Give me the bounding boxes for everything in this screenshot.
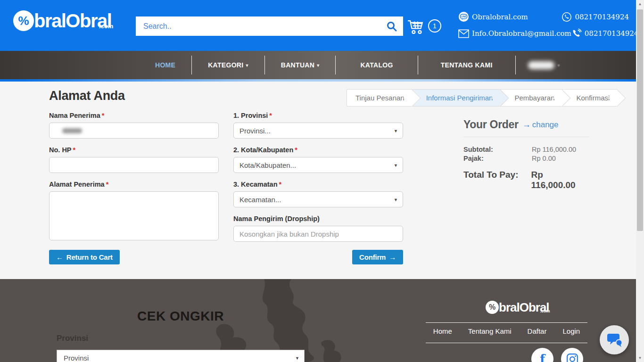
logo-percent-icon: % — [13, 10, 34, 31]
search-bar — [136, 16, 403, 36]
alamat-penerima-textarea[interactable] — [49, 191, 219, 240]
phone-sms-contact[interactable]: 082170134924(sms) — [571, 28, 644, 39]
cart[interactable]: 1 — [406, 18, 441, 37]
field-label: No. HP* — [49, 146, 219, 154]
required-asterisk: * — [106, 181, 109, 188]
footer: CEK ONGKIR Provinsi Provinsi ▼ % bralObr… — [0, 279, 636, 362]
page-title: Alamat Anda — [49, 89, 125, 103]
main-content: Alamat Anda Tinjau Pesanan Informasi Pen… — [0, 82, 636, 279]
footer-link-tentang-kami[interactable]: Tentang Kami — [460, 326, 520, 336]
cart-count-badge: 1 — [428, 19, 441, 33]
field-kecamatan: 3. Kecamatan* Kecamatan...▼ — [233, 181, 403, 207]
scrollbar[interactable]: ▲ ▼ — [636, 0, 644, 362]
field-kota: 2. Kota/Kabupaten* Kota/Kabupaten...▼ — [233, 146, 403, 173]
select-caret-icon: ▼ — [394, 163, 398, 168]
footer-link-login[interactable]: Login — [554, 326, 588, 336]
field-label: Alamat Penerima* — [49, 181, 219, 188]
cek-ongkir-title: CEK ONGKIR — [57, 309, 305, 324]
header-contacts: LINE Obralobral.com 082170134924 — [458, 11, 629, 45]
line-contact[interactable]: LINE Obralobral.com — [458, 11, 528, 22]
whatsapp-contact[interactable]: 082170134924 — [561, 11, 629, 22]
field-label: Nama Pengirim (Dropship) — [233, 215, 403, 222]
logo-tld: .com — [540, 304, 550, 318]
nav-item-home[interactable]: HOME — [139, 51, 191, 79]
field-dropship: Nama Pengirim (Dropship) — [233, 215, 403, 242]
required-asterisk: * — [279, 181, 282, 188]
step-tinjau-pesanan[interactable]: Tinjau Pesanan — [347, 89, 412, 107]
search-icon[interactable] — [386, 21, 397, 32]
footer-logo[interactable]: % bralObral.com — [486, 301, 549, 314]
line-icon: LINE — [458, 11, 469, 22]
footer-divider — [426, 322, 587, 323]
required-asterisk: * — [73, 146, 76, 154]
field-no-hp: No. HP* — [49, 146, 219, 173]
subtotal-row: Subtotal:Rp 116,000.00 — [463, 145, 589, 154]
footer-divider — [426, 343, 587, 343]
checkout-steps: Tinjau Pesanan Informasi Pengiriman Pemb… — [347, 89, 617, 107]
footer-links: Home Tentang Kami Daftar Login — [426, 326, 587, 336]
change-order-link[interactable]: → change — [522, 120, 559, 130]
blurred-username — [528, 61, 554, 69]
nav-item-katalog[interactable]: KATALOG — [336, 51, 417, 79]
email-contact[interactable]: Info.Obralobral@gmail.com — [458, 28, 571, 39]
nav-item-bantuan[interactable]: BANTUAN▾ — [265, 51, 336, 79]
blurred-field-value — [62, 128, 82, 133]
chat-widget-button[interactable] — [600, 325, 629, 354]
phone-sms-number: 082170134924(sms) — [585, 29, 644, 38]
order-summary: Your Order → change Subtotal:Rp 116,000.… — [463, 118, 589, 190]
dropship-input[interactable] — [233, 226, 403, 242]
chevron-down-icon: ▾ — [317, 63, 319, 68]
scrollbar-thumb[interactable] — [637, 9, 643, 231]
site-logo[interactable]: % bralObral.com — [13, 10, 111, 31]
instagram-icon — [566, 353, 578, 362]
footer-link-daftar[interactable]: Daftar — [520, 326, 555, 336]
step-pembayaran[interactable]: Pembayaran — [500, 89, 562, 107]
arrow-right-icon: → — [522, 120, 531, 130]
instagram-button[interactable] — [561, 348, 583, 362]
chevron-down-icon: ▾ — [246, 63, 248, 68]
search-input[interactable] — [136, 16, 403, 36]
footer-provinsi-select[interactable]: Provinsi ▼ — [57, 350, 305, 362]
total-row: Total To Pay:Rp 116,000.00 — [463, 170, 589, 190]
facebook-button[interactable]: f — [531, 348, 553, 362]
phone-icon — [571, 28, 582, 39]
footer-provinsi-label: Provinsi — [57, 334, 88, 343]
whatsapp-number: 082170134924 — [575, 13, 629, 21]
select-caret-icon: ▼ — [394, 129, 398, 133]
footer-link-home[interactable]: Home — [425, 326, 460, 336]
chevron-down-icon: ▾ — [558, 63, 560, 68]
footer-logo-text: bralObral.com — [499, 301, 549, 314]
logo-tld: .com — [99, 16, 113, 37]
field-provinsi: 1. Provinsi* Provinsi...▼ — [233, 112, 403, 139]
confirm-button[interactable]: Confirm→ — [352, 250, 403, 264]
nav-item-account-blurred[interactable]: ▾ — [516, 51, 572, 79]
nav-item-kategori[interactable]: KATEGORI▾ — [192, 51, 264, 79]
kota-select[interactable]: Kota/Kabupaten...▼ — [233, 157, 403, 173]
required-asterisk: * — [295, 146, 297, 154]
step-informasi-pengiriman[interactable]: Informasi Pengiriman — [412, 89, 501, 107]
checkout-page: % bralObral.com 1 — [0, 0, 644, 362]
select-caret-icon: ▼ — [394, 197, 398, 202]
chat-bubbles-icon — [606, 333, 622, 347]
return-to-cart-button[interactable]: ←Return to Cart — [49, 250, 120, 264]
line-id: Obralobral.com — [472, 13, 528, 21]
no-hp-input[interactable] — [49, 157, 219, 173]
divider — [463, 137, 589, 137]
email-icon — [458, 29, 469, 38]
scroll-down-arrow[interactable]: ▼ — [636, 354, 644, 362]
form-actions: ←Return to Cart Confirm→ — [49, 250, 403, 264]
provinsi-select[interactable]: Provinsi...▼ — [233, 123, 403, 139]
left-arrow-icon: ← — [56, 253, 63, 261]
svg-text:LINE: LINE — [461, 15, 467, 18]
field-alamat-penerima: Alamat Penerima* — [49, 181, 219, 242]
tax-row: Pajak:Rp 0.00 — [463, 154, 589, 163]
right-arrow-icon: → — [389, 253, 396, 261]
cart-icon — [406, 18, 425, 37]
nav-item-tentang-kami[interactable]: TENTANG KAMI — [418, 51, 515, 79]
whatsapp-icon — [561, 12, 572, 22]
scroll-up-arrow[interactable]: ▲ — [636, 0, 644, 8]
kecamatan-select[interactable]: Kecamatan...▼ — [233, 191, 403, 207]
required-asterisk: * — [269, 112, 272, 119]
facebook-icon: f — [540, 352, 545, 362]
field-nama-penerima: Nama Penerima* — [49, 112, 219, 139]
